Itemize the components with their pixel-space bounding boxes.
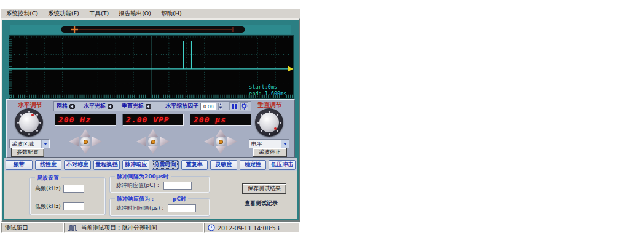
arrow-left-icon[interactable] — [136, 137, 146, 146]
pad-center-button[interactable] — [216, 137, 226, 146]
pulse-response-group: 脉冲响应值为：pC时 脉冲时间间隔(μs)： — [109, 198, 210, 217]
sweep-area-dropdown[interactable]: 采波区域 — [9, 139, 50, 148]
low-freq-input[interactable] — [63, 202, 84, 210]
tab-range-shift[interactable]: 量程换挡 — [93, 160, 120, 170]
horizontal-adjust-section: 水平调节 采波区域 参数配置 — [8, 100, 52, 158]
pulse-time-interval-input[interactable] — [168, 204, 196, 212]
param-config-button[interactable]: 参数配置 — [11, 148, 44, 157]
arrow-down-icon[interactable] — [80, 146, 90, 154]
tab-linearity[interactable]: 线性度 — [35, 160, 62, 170]
scope-toolbar: 网格 水平光标 垂直光标 水平缩放因子 — [53, 101, 251, 111]
scope-start-label: start:0ms — [249, 84, 277, 90]
pad-center-button[interactable] — [148, 137, 158, 146]
arrow-down-icon[interactable] — [148, 146, 158, 154]
vertical-adjust-section: 垂直调节 电平 采波停止 — [248, 100, 292, 158]
sweep-area-value: 采波区域 — [10, 140, 41, 148]
pd-settings-title: 局放设置 — [35, 174, 61, 182]
menu-system-function[interactable]: 系统功能(F) — [43, 9, 84, 18]
pd-settings-group: 局放设置 高频(kHz) 低频(kHz) — [29, 177, 106, 215]
status-timestamp: 2012-09-11 14:08:53 — [218, 225, 280, 231]
chevron-down-icon[interactable] — [281, 140, 289, 148]
hand-icon — [84, 140, 88, 144]
tab-low-voltage-impulse[interactable]: 低压冲击 — [269, 160, 296, 170]
waveform-pan-slider[interactable] — [10, 25, 291, 34]
settings-panel: 局放设置 高频(kHz) 低频(kHz) 脉冲间隔为200μs时 脉冲响应值(p… — [4, 171, 297, 219]
eye-icon[interactable] — [146, 104, 151, 109]
pulse-interval-group: 脉冲间隔为200μs时 脉冲响应值(pC)： — [109, 176, 210, 193]
tab-frequency-band[interactable]: 频带 — [6, 160, 33, 170]
stop-acquisition-button[interactable]: 采波停止 — [253, 148, 287, 157]
h-cursor-label: 水平光标 — [84, 102, 106, 110]
tab-repetition-rate[interactable]: 重复率 — [181, 160, 208, 170]
knob-indicator — [274, 127, 277, 130]
oscilloscope-display[interactable]: start:0ms end: 1.600ms — [9, 35, 294, 99]
level-value: 电平 — [249, 140, 281, 148]
v-cursor-label: 垂直光标 — [122, 102, 144, 110]
scope-end-label: end: 1.600ms — [249, 90, 286, 97]
pulse-interval-readout: 200 μs — [190, 114, 251, 126]
pulse-response-value-label: 脉冲响应值(pC)： — [116, 182, 161, 190]
tab-sensitivity[interactable]: 灵敏度 — [210, 160, 237, 170]
chevron-down-icon[interactable] — [41, 140, 49, 148]
pad-center-button[interactable] — [80, 137, 90, 146]
tab-asymmetry[interactable]: 不对称度 — [64, 160, 91, 170]
zoom-factor-label: 水平缩放因子 — [165, 102, 198, 110]
knob-indicator — [31, 114, 34, 116]
tab-pulse-response[interactable]: 脉冲响应 — [122, 160, 149, 170]
test-application-window: 系统控制(C) 系统功能(F) 工具(T) 报告输出(O) 帮助(H) — [1, 9, 300, 233]
arrow-right-icon[interactable] — [227, 137, 237, 146]
view-records-link[interactable]: 查看测试记录 — [245, 199, 278, 207]
pulse-wave-icon — [68, 225, 79, 231]
menu-tools[interactable]: 工具(T) — [84, 9, 114, 18]
control-panel: 水平调节 采波区域 参数配置 网格 水平光标 — [6, 99, 295, 158]
arrow-left-icon[interactable] — [69, 137, 79, 146]
arrow-down-icon[interactable] — [216, 146, 226, 154]
high-freq-input[interactable] — [63, 185, 84, 193]
status-window-label: 测试窗口 — [5, 224, 28, 232]
save-results-button[interactable]: 保存测试结果 — [242, 183, 286, 194]
pulse-response-value-input[interactable] — [163, 182, 192, 190]
eye-icon[interactable] — [108, 104, 113, 109]
interval-nav-pad[interactable] — [204, 129, 237, 154]
zoom-factor-input[interactable] — [200, 103, 216, 110]
arrow-up-icon[interactable] — [216, 129, 226, 137]
test-item-tabs: 频带 线性度 不对称度 量程换挡 脉冲响应 分辨时间 重复率 灵敏度 稳定性 低… — [4, 158, 297, 171]
frequency-readout: 200 Hz — [55, 114, 116, 126]
amplitude-readout: 2.00 VPP — [122, 114, 184, 126]
high-freq-label: 高频(kHz) — [35, 185, 61, 193]
grid-toggle-label: 网格 — [57, 102, 68, 110]
pulse-time-interval-label: 脉冲时间间隔(μs)： — [116, 204, 165, 212]
status-current-test: 当前测试项目：脉冲分辨时间 — [81, 224, 157, 232]
tab-resolution-time[interactable]: 分辨时间 — [152, 160, 179, 170]
stepper-down-icon[interactable] — [218, 106, 222, 110]
menu-system-control[interactable]: 系统控制(C) — [1, 9, 43, 18]
frequency-nav-pad[interactable] — [69, 129, 102, 154]
arrow-left-icon[interactable] — [204, 137, 214, 146]
knob-face — [19, 113, 39, 132]
horizontal-adjust-knob[interactable] — [15, 108, 43, 137]
status-bar: 测试窗口 当前测试项目：脉冲分辨时间 2012-09-11 14:08:53 — [1, 223, 300, 233]
level-dropdown[interactable]: 电平 — [249, 139, 289, 148]
menu-report-output[interactable]: 报告输出(O) — [114, 9, 156, 18]
pause-icon[interactable] — [229, 102, 238, 110]
low-freq-label: 低频(kHz) — [35, 202, 61, 210]
amplitude-nav-pad[interactable] — [136, 129, 170, 154]
arrow-up-icon[interactable] — [80, 129, 90, 137]
vertical-adjust-knob[interactable] — [255, 108, 283, 137]
menu-help[interactable]: 帮助(H) — [156, 9, 187, 18]
arrow-up-icon[interactable] — [148, 129, 158, 137]
eye-icon[interactable] — [69, 104, 75, 109]
hand-icon — [151, 140, 155, 144]
pulse-interval-group-title: 脉冲间隔为200μs时 — [115, 173, 171, 181]
main-frame: start:0ms end: 1.600ms 水平调节 采波区域 参数配置 — [1, 18, 300, 222]
menu-bar: 系统控制(C) 系统功能(F) 工具(T) 报告输出(O) 帮助(H) — [1, 9, 300, 18]
zoom-factor-stepper[interactable] — [218, 103, 222, 110]
pulse-response-group-title: 脉冲响应值为：pC时 — [115, 195, 188, 203]
clock-icon — [208, 224, 215, 231]
arrow-right-icon[interactable] — [92, 137, 102, 146]
hand-icon — [219, 140, 223, 144]
tab-stability[interactable]: 稳定性 — [240, 160, 267, 170]
arrow-right-icon[interactable] — [160, 137, 170, 146]
